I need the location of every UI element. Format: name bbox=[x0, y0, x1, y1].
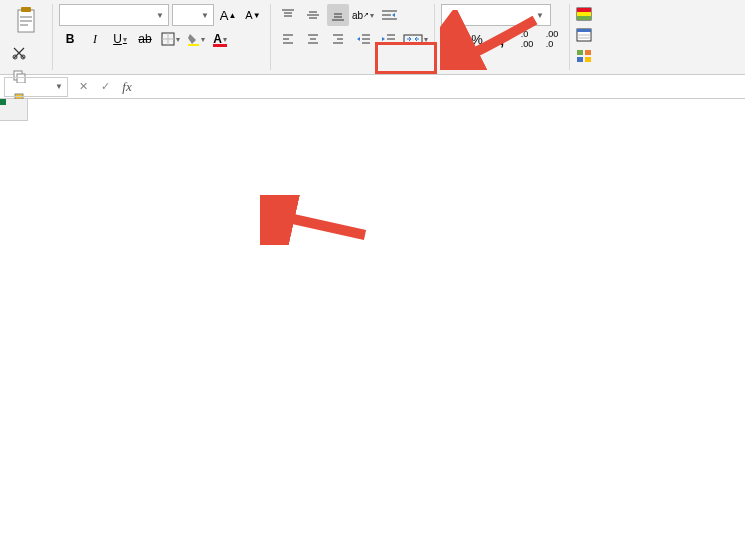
formula-bar: ▼ ✕ ✓ fx bbox=[0, 75, 745, 99]
chevron-down-icon: ▼ bbox=[156, 11, 164, 20]
increase-decimal-button[interactable]: .0.00 bbox=[516, 28, 538, 50]
svg-rect-4 bbox=[20, 24, 28, 26]
svg-rect-15 bbox=[213, 44, 227, 47]
font-color-button[interactable]: A▾ bbox=[209, 28, 231, 50]
svg-rect-1 bbox=[21, 7, 31, 12]
font-name-select[interactable]: ▼ bbox=[59, 4, 169, 26]
font-group: ▼ ▼ A▲ A▼ B I U▾ ab ▾ ▾ A▾ bbox=[53, 4, 271, 70]
orientation-button[interactable]: ab↗▾ bbox=[352, 4, 374, 26]
comma-button[interactable]: , bbox=[491, 28, 513, 50]
paste-button[interactable] bbox=[8, 4, 46, 38]
fill-color-button[interactable]: ▾ bbox=[184, 28, 206, 50]
increase-font-button[interactable]: A▲ bbox=[217, 4, 239, 26]
svg-rect-48 bbox=[577, 12, 591, 16]
selection-handle[interactable] bbox=[0, 99, 6, 105]
svg-rect-57 bbox=[585, 57, 591, 62]
name-box[interactable]: ▼ bbox=[4, 77, 68, 97]
merge-button[interactable]: ▾ bbox=[402, 28, 428, 50]
align-middle-button[interactable] bbox=[302, 4, 324, 26]
font-size-select[interactable]: ▼ bbox=[172, 4, 214, 26]
svg-rect-47 bbox=[577, 8, 591, 12]
svg-rect-55 bbox=[585, 50, 591, 55]
svg-rect-51 bbox=[577, 29, 591, 32]
cut-button[interactable] bbox=[8, 42, 30, 64]
align-bottom-button[interactable] bbox=[327, 4, 349, 26]
decrease-font-button[interactable]: A▼ bbox=[242, 4, 264, 26]
underline-button[interactable]: U▾ bbox=[109, 28, 131, 50]
ribbon: ▼ ▼ A▲ A▼ B I U▾ ab ▾ ▾ A▾ ab↗▾ bbox=[0, 0, 745, 75]
decrease-decimal-button[interactable]: .00.0 bbox=[541, 28, 563, 50]
align-center-button[interactable] bbox=[302, 28, 324, 50]
wrap-text-button[interactable] bbox=[377, 4, 403, 26]
align-top-button[interactable] bbox=[277, 4, 299, 26]
align-left-button[interactable] bbox=[277, 28, 299, 50]
styles-group bbox=[570, 4, 601, 70]
svg-rect-43 bbox=[404, 35, 422, 43]
clipboard-group bbox=[2, 4, 53, 70]
alignment-group: ab↗▾ ▾ bbox=[271, 4, 435, 70]
svg-rect-2 bbox=[20, 16, 32, 18]
strikethrough-button[interactable]: ab bbox=[134, 28, 156, 50]
number-group: ▼ $▾ % , .0.00 .00.0 bbox=[435, 4, 570, 70]
currency-button[interactable]: $▾ bbox=[441, 28, 463, 50]
cell-styles-button[interactable] bbox=[576, 46, 595, 66]
italic-button[interactable]: I bbox=[84, 28, 106, 50]
chevron-down-icon: ▼ bbox=[536, 11, 544, 20]
svg-rect-54 bbox=[577, 50, 583, 55]
svg-text:$: $ bbox=[446, 36, 450, 43]
chevron-down-icon: ▼ bbox=[55, 82, 63, 91]
increase-indent-button[interactable] bbox=[377, 28, 399, 50]
decrease-indent-button[interactable] bbox=[352, 28, 374, 50]
percent-button[interactable]: % bbox=[466, 28, 488, 50]
annotation-arrow-icon bbox=[260, 195, 370, 245]
svg-rect-56 bbox=[577, 57, 583, 62]
paste-icon bbox=[13, 4, 41, 38]
chevron-down-icon: ▼ bbox=[201, 11, 209, 20]
svg-rect-3 bbox=[20, 20, 32, 22]
enter-formula-button[interactable]: ✓ bbox=[94, 76, 116, 98]
conditional-formatting-button[interactable] bbox=[576, 4, 595, 24]
svg-rect-14 bbox=[188, 44, 199, 46]
format-as-table-button[interactable] bbox=[576, 25, 595, 45]
align-right-button[interactable] bbox=[327, 28, 349, 50]
cancel-formula-button[interactable]: ✕ bbox=[72, 76, 94, 98]
bold-button[interactable]: B bbox=[59, 28, 81, 50]
borders-button[interactable]: ▾ bbox=[159, 28, 181, 50]
number-format-select[interactable]: ▼ bbox=[441, 4, 551, 26]
svg-rect-49 bbox=[577, 16, 591, 20]
fx-button[interactable]: fx bbox=[116, 76, 138, 98]
